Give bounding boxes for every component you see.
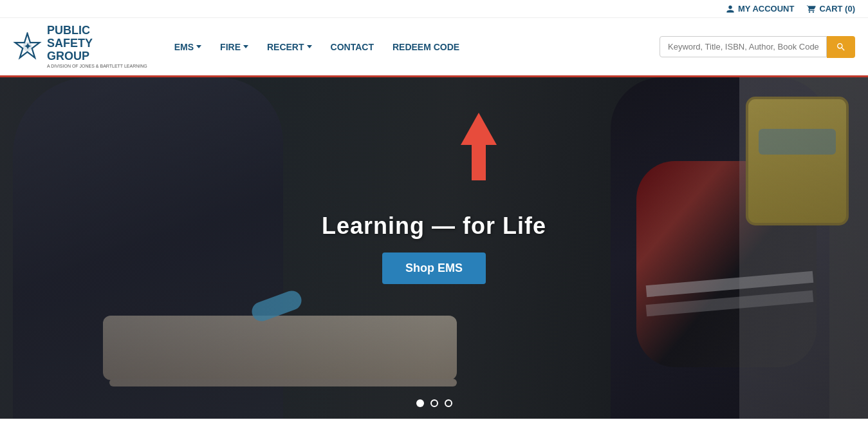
nav-fire[interactable]: FIRE — [212, 37, 256, 57]
main-nav: EMS FIRE RECERT CONTACT REDEEM CODE — [167, 37, 640, 57]
cart-link[interactable]: CART (0) — [807, 4, 855, 14]
carousel-dot-3[interactable] — [445, 399, 452, 407]
recert-caret-icon — [307, 45, 312, 48]
hero-content: Learning — for Life Shop EMS — [0, 77, 868, 419]
logo-text: PUBLIC SAFETY GROUP A DIVISION OF JONES … — [47, 24, 147, 69]
cart-icon — [807, 5, 816, 14]
my-account-label: MY ACCOUNT — [738, 4, 794, 14]
hero-section: Learning — for Life Shop EMS — [0, 77, 868, 419]
nav-recert[interactable]: RECERT — [259, 37, 320, 57]
svg-text:✦: ✦ — [24, 41, 32, 52]
site-header: ✦ PUBLIC SAFETY GROUP A DIVISION OF JONE… — [0, 18, 868, 77]
star-of-life-icon: ✦ — [13, 32, 42, 61]
site-logo[interactable]: ✦ PUBLIC SAFETY GROUP A DIVISION OF JONE… — [13, 24, 147, 69]
nav-contact[interactable]: CONTACT — [323, 37, 382, 57]
nav-redeem-code[interactable]: REDEEM CODE — [385, 37, 467, 57]
shop-ems-button[interactable]: Shop EMS — [382, 253, 486, 284]
arrow-annotation — [461, 113, 497, 180]
cart-label: CART (0) — [819, 4, 855, 14]
person-icon — [726, 5, 735, 14]
top-bar: MY ACCOUNT CART (0) — [0, 0, 868, 18]
search-button[interactable] — [827, 36, 855, 58]
fire-caret-icon — [243, 45, 248, 48]
carousel-dots — [416, 399, 452, 407]
hero-title: Learning — for Life — [322, 213, 546, 240]
carousel-dot-1[interactable] — [416, 399, 424, 407]
search-area — [660, 36, 855, 58]
search-input[interactable] — [660, 36, 827, 57]
arrow-head-icon — [461, 113, 497, 145]
ems-caret-icon — [196, 45, 201, 48]
arrow-shaft — [472, 145, 486, 180]
my-account-link[interactable]: MY ACCOUNT — [726, 4, 794, 14]
carousel-dot-2[interactable] — [430, 399, 438, 407]
search-icon — [836, 42, 846, 52]
nav-ems[interactable]: EMS — [167, 37, 209, 57]
